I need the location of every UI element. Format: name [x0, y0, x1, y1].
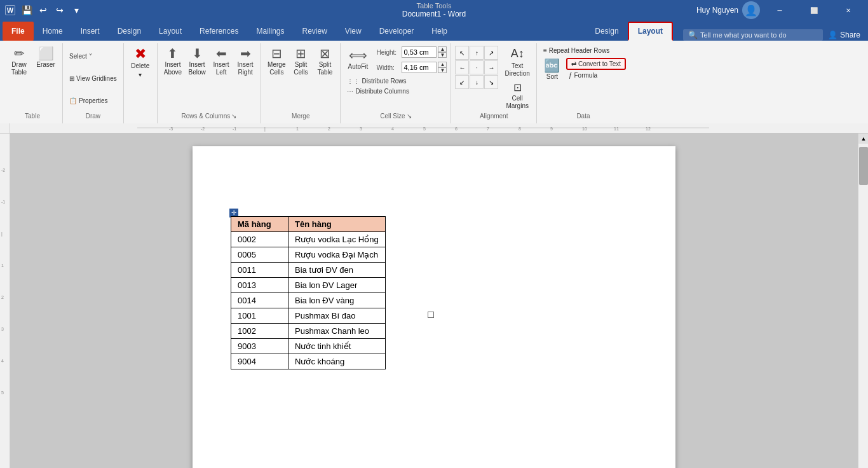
customize-qat-button[interactable]: ▾ [69, 3, 84, 18]
height-down-button[interactable]: ▼ [438, 52, 447, 58]
split-cells-button[interactable]: ⊞ Split Cells [289, 46, 312, 78]
split-table-button[interactable]: ⊠ Split Table [313, 46, 336, 78]
table-row[interactable]: 0011Bia tươi ĐV đen [231, 262, 386, 277]
ribbon-group-cell-size: ⟺ AutoFit Height: ▲ ▼ Width: [341, 43, 451, 123]
tab-insert[interactable]: Insert [72, 22, 109, 41]
tab-references[interactable]: References [191, 22, 247, 41]
width-up-button[interactable]: ▲ [438, 62, 447, 67]
table-row[interactable]: 0013Bia lon ĐV Lager [231, 277, 386, 292]
align-middle-left-button[interactable]: ← [455, 60, 469, 74]
distribute-cols-button[interactable]: ⋯ Distribute Columns [344, 86, 411, 96]
minimize-button[interactable]: ─ [765, 0, 794, 20]
repeat-header-button[interactable]: ≡ Repeat Header Rows [541, 46, 612, 55]
cell-ten-hang[interactable]: Bia tươi ĐV đen [288, 262, 386, 277]
cell-ten-hang[interactable]: Bia lon ĐV Lager [288, 277, 386, 292]
tab-mailings[interactable]: Mailings [247, 22, 293, 41]
cell-ma-hang[interactable]: 0013 [231, 277, 288, 292]
share-button[interactable]: 👤 Share [828, 31, 860, 39]
table-row[interactable]: 1001Pushmax Bí đao [231, 308, 386, 323]
rows-cols-expand-icon[interactable]: ↘ [231, 113, 236, 120]
width-input[interactable] [402, 62, 437, 73]
cell-ten-hang[interactable]: Pushmax Chanh leo [288, 323, 386, 338]
cell-ten-hang[interactable]: Pushmax Bí đao [288, 308, 386, 323]
insert-left-button[interactable]: ⬅ Insert Left [210, 46, 233, 78]
scrollbar-vertical[interactable]: ▲ ▼ [858, 134, 868, 468]
align-bottom-left-button[interactable]: ↙ [455, 75, 469, 89]
table-row[interactable]: 0014Bia lon ĐV vàng [231, 292, 386, 308]
height-up-button[interactable]: ▲ [438, 46, 447, 52]
scroll-up-button[interactable]: ▲ [858, 134, 868, 144]
tab-developer[interactable]: Developer [370, 22, 423, 41]
insert-right-button[interactable]: ➡ Insert Right [234, 46, 257, 78]
svg-text:5: 5 [1, 390, 4, 395]
distribute-rows-button[interactable]: ⋮⋮ Distribute Rows [344, 76, 411, 86]
cell-ten-hang[interactable]: Rượu vodka Đại Mạch [288, 247, 386, 262]
tab-design-context[interactable]: Design [586, 22, 627, 41]
tab-design[interactable]: Design [109, 22, 150, 41]
close-button[interactable]: ✕ [834, 0, 863, 20]
search-wrapper[interactable]: 🔍 Tell me what you want to do [683, 29, 823, 41]
tab-help[interactable]: Help [423, 22, 456, 41]
properties-button[interactable]: 📋 Properties [67, 96, 111, 106]
view-gridlines-button[interactable]: ⊞ View Gridlines [67, 74, 119, 83]
formula-button[interactable]: ƒ Formula [566, 71, 626, 80]
align-bottom-center-button[interactable]: ↓ [470, 75, 484, 89]
sort-button[interactable]: 🔤 Sort [541, 58, 564, 82]
select-button[interactable]: Select ˅ [67, 52, 95, 61]
cell-ma-hang[interactable]: 1002 [231, 323, 288, 338]
align-bottom-right-button[interactable]: ↘ [484, 75, 498, 89]
cell-ten-hang[interactable]: Bia lon ĐV vàng [288, 292, 386, 308]
convert-to-text-button[interactable]: ⇄ Convert to Text [566, 58, 626, 70]
eraser-button[interactable]: ⬜ Eraser [33, 46, 58, 70]
insert-below-button[interactable]: ⬇ Insert Below [186, 46, 208, 78]
scroll-track[interactable] [858, 144, 868, 468]
draw-table-button[interactable]: ✏ Draw Table [6, 46, 32, 78]
width-down-button[interactable]: ▼ [438, 67, 447, 73]
table-row[interactable]: 1002Pushmax Chanh leo [231, 323, 386, 338]
table-resize-handle[interactable] [428, 312, 434, 318]
align-middle-right-button[interactable]: → [484, 60, 498, 74]
align-top-center-button[interactable]: ↑ [470, 46, 484, 60]
tab-file[interactable]: File [3, 22, 34, 41]
cell-ma-hang[interactable]: 1001 [231, 308, 288, 323]
cell-size-expand-icon[interactable]: ↘ [407, 113, 412, 120]
cell-ma-hang[interactable]: 0005 [231, 247, 288, 262]
cell-ma-hang[interactable]: 0011 [231, 262, 288, 277]
cell-ten-hang[interactable]: Nước tinh khiết [288, 338, 386, 354]
table-row[interactable]: 0002Rượu vodka Lạc Hồng [231, 231, 386, 247]
cell-ma-hang[interactable]: 9004 [231, 354, 288, 369]
text-direction-button[interactable]: A↕ Text Direction [502, 46, 532, 79]
table-row[interactable]: 0005Rượu vodka Đại Mạch [231, 247, 386, 262]
header-cell-ten-hang[interactable]: Tên hàng [288, 216, 386, 231]
table-row[interactable]: 9003Nước tinh khiết [231, 338, 386, 354]
height-input[interactable] [402, 46, 437, 58]
autofit-button[interactable]: ⟺ AutoFit [344, 48, 371, 72]
tab-layout[interactable]: Layout [150, 22, 191, 41]
tab-view[interactable]: View [336, 22, 370, 41]
user-info[interactable]: Huy Nguyen 👤 [696, 1, 760, 19]
scroll-thumb[interactable] [859, 147, 868, 185]
align-top-left-button[interactable]: ↖ [455, 46, 469, 60]
merge-cells-button[interactable]: ⊟ Merge Cells [265, 46, 288, 78]
redo-qat-button[interactable]: ↪ [52, 3, 67, 18]
cell-ten-hang[interactable]: Nước khoáng [288, 354, 386, 369]
cell-ma-hang[interactable]: 0014 [231, 292, 288, 308]
cell-ten-hang[interactable]: Rượu vodka Lạc Hồng [288, 231, 386, 247]
cell-ma-hang[interactable]: 0002 [231, 231, 288, 247]
restore-button[interactable]: ⬜ [799, 0, 829, 20]
save-qat-button[interactable]: 💾 [19, 3, 34, 18]
doc-scroll-area[interactable]: ✛ Mã hàng Tên hàng 0002Rượu vodka Lạc Hồ… [10, 134, 858, 468]
header-cell-ma-hang[interactable]: Mã hàng [231, 216, 288, 231]
insert-above-button[interactable]: ⬆ Insert Above [161, 46, 184, 78]
align-middle-center-button[interactable]: · [470, 60, 484, 74]
table-row[interactable]: 9004Nước khoáng [231, 354, 386, 369]
undo-qat-button[interactable]: ↩ [36, 3, 51, 18]
cell-margins-button[interactable]: ⊡ Cell Margins [502, 80, 532, 111]
align-top-right-button[interactable]: ↗ [484, 46, 498, 60]
delete-button[interactable]: ✖ Delete ▾ [128, 46, 153, 80]
cell-ma-hang[interactable]: 9003 [231, 338, 288, 354]
split-table-icon: ⊠ [320, 47, 330, 60]
tab-home[interactable]: Home [34, 22, 72, 41]
tab-review[interactable]: Review [293, 22, 336, 41]
tab-layout-context[interactable]: Layout [628, 22, 673, 41]
